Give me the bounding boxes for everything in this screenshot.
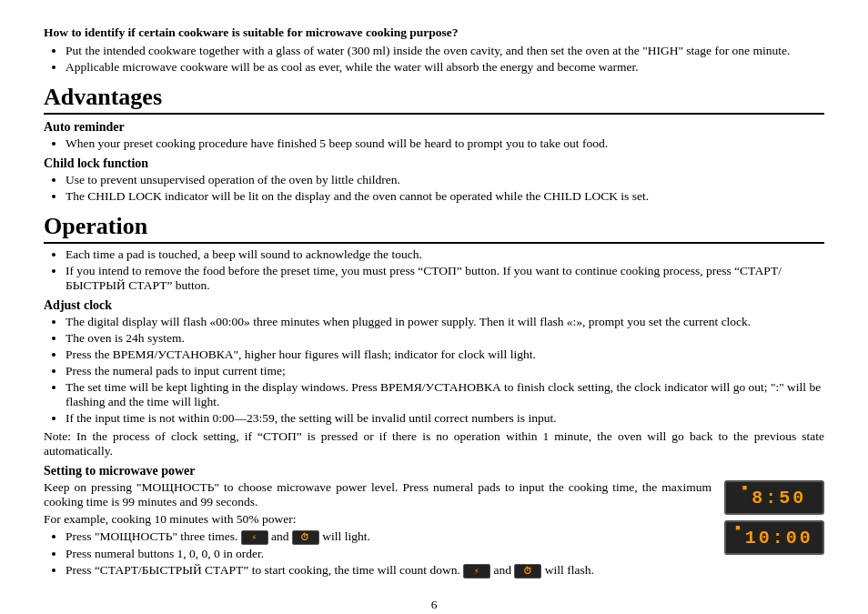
microwave-power-item-3-pre: Press “СТАРТ/БЫСТРЫЙ СТАРТ” to start coo… [66,563,460,577]
display-images: ■ 8:50 ■ 10:00 [724,480,824,560]
page-content: How to identify if certain cookware is s… [44,25,824,612]
cookware-section: How to identify if certain cookware is s… [44,25,824,75]
adjust-clock-item-1: The digital display will flash «00:00» t… [66,315,824,329]
adjust-clock-item-2: The oven is 24h system. [66,331,824,346]
microwave-power-intro: Keep on pressing "МОЩНОСТЬ" to choose mi… [44,480,824,509]
display-value-1: 8:50 [752,488,806,508]
auto-reminder-text: When your preset cooking procedure have … [66,136,824,151]
microwave-power-example: For example, cooking 10 minutes with 50%… [44,512,824,527]
page-number: 6 [44,598,824,612]
operation-item-1: Each time a pad is touched, a beep will … [66,247,824,262]
microwave-power-item-1-post: will light. [322,529,370,543]
operation-section: Operation Each time a pad is touched, a … [44,213,824,581]
display-indicator-1: ■ [742,482,750,493]
child-lock-header: Child lock function [44,156,824,171]
auto-reminder-list: When your preset cooking procedure have … [66,136,824,151]
microwave-power-item-3-post: will flash. [545,563,594,577]
inline-display-3: ⚡ [463,564,490,579]
cookware-question: How to identify if certain cookware is s… [44,25,824,40]
display-box-1: ■ 8:50 [724,480,824,515]
child-lock-list: Use to prevent unsupervised operation of… [66,173,824,204]
inline-display-4: ⏱ [514,564,541,579]
inline-display-1: ⚡ [241,530,268,545]
display-box-2: ■ 10:00 [724,520,824,555]
microwave-power-list: Press "МОЩНОСТЬ" three times. ⚡ and ⏱ wi… [66,529,824,579]
child-lock-item-1: Use to prevent unsupervised operation of… [66,173,824,187]
microwave-power-and-2: and [494,563,512,577]
advantages-title: Advantages [44,84,824,115]
microwave-power-item-2: Press numeral buttons 1, 0, 0, 0 in orde… [66,547,824,561]
cookware-list: Put the intended cookware together with … [66,44,824,75]
microwave-power-content: ■ 8:50 ■ 10:00 Keep on pressing "МОЩНОСТ… [44,480,824,581]
display-indicator-2: ■ [735,522,742,533]
display-value-2: 10:00 [745,528,813,549]
microwave-power-and-1: and [271,529,289,543]
microwave-power-item-1-pre: Press "МОЩНОСТЬ" three times. [66,529,237,543]
adjust-clock-list: The digital display will flash «00:00» t… [66,315,824,426]
adjust-clock-header: Adjust clock [44,298,824,313]
cookware-item-1: Put the intended cookware together with … [66,44,824,58]
adjust-clock-item-4: Press the numeral pads to input current … [66,364,824,378]
operation-item-2: If you intend to remove the food before … [66,264,824,293]
adjust-clock-item-5: The set time will be kept lighting in th… [66,380,824,409]
microwave-power-item-3: Press “СТАРТ/БЫСТРЫЙ СТАРТ” to start coo… [66,563,824,579]
auto-reminder-header: Auto reminder [44,120,824,135]
cookware-item-2: Applicable microwave cookware will be as… [66,60,824,75]
adjust-clock-item-3: Press the ВРЕМЯ/УСТАНОВКА", higher hour … [66,347,824,362]
advantages-section: Advantages Auto reminder When your prese… [44,84,824,204]
operation-list: Each time a pad is touched, a beep will … [66,247,824,293]
child-lock-item-2: The CHILD LOCK indicator will be lit on … [66,189,824,204]
microwave-power-item-1: Press "МОЩНОСТЬ" three times. ⚡ and ⏱ wi… [66,529,824,545]
inline-display-2: ⏱ [292,530,319,545]
adjust-clock-note: Note: In the process of clock setting, i… [44,429,824,458]
operation-title: Operation [44,213,824,244]
adjust-clock-item-6: If the input time is not within 0:00—23:… [66,411,824,426]
microwave-power-header: Setting to microwave power [44,464,824,478]
